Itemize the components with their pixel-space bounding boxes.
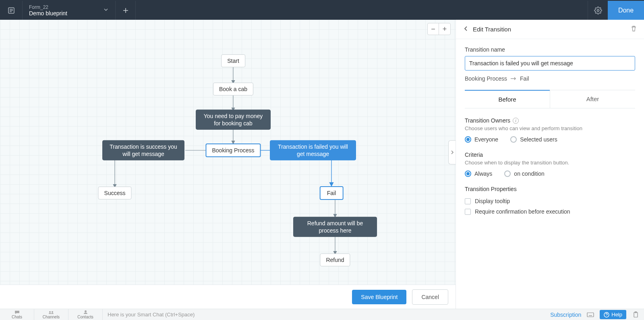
svg-rect-18 <box>587 313 594 317</box>
bottom-tab-contacts[interactable]: Contacts <box>68 309 103 320</box>
arrow-right-icon <box>510 75 517 82</box>
node-pay-money[interactable]: You need to pay money for booking cab <box>196 110 271 130</box>
edit-transition-panel: Edit Transition Transition name Booking … <box>456 20 644 309</box>
chats-label: Chats <box>12 315 22 319</box>
require-confirmation-checkbox[interactable]: Require confirmation before execution <box>465 208 635 215</box>
svg-rect-25 <box>634 312 638 317</box>
transition-name-label: Transition name <box>465 46 635 53</box>
criteria-always-radio[interactable]: Always <box>465 170 492 177</box>
criteria-subtitle: Choose when to display the transition bu… <box>465 160 635 166</box>
blueprint-canvas[interactable]: − + <box>0 20 456 285</box>
owners-subtitle: Choose users who can view and perform tr… <box>465 125 635 131</box>
subscription-link[interactable]: Subscription <box>550 312 581 318</box>
zoom-in-button[interactable]: + <box>439 23 450 35</box>
to-state-label: Fail <box>520 75 529 82</box>
node-success-transition[interactable]: Transaction is success you will get mess… <box>102 140 184 160</box>
done-button[interactable]: Done <box>608 1 644 20</box>
node-book-cab[interactable]: Book a cab <box>213 83 253 96</box>
panel-collapse-toggle[interactable] <box>448 140 456 164</box>
done-label: Done <box>618 7 634 14</box>
svg-point-15 <box>49 311 51 313</box>
zoom-controls: − + <box>427 23 451 35</box>
require-confirmation-label: Require confirmation before execution <box>475 208 570 215</box>
owners-everyone-radio[interactable]: Everyone <box>465 136 498 143</box>
transition-name-input[interactable] <box>465 56 635 71</box>
form-name-label: Form_22 <box>29 4 109 10</box>
checkbox-icon <box>465 198 471 204</box>
svg-point-6 <box>597 9 599 11</box>
node-refund[interactable]: Refund <box>320 254 350 266</box>
blueprint-name-label: Demo blueprint <box>29 10 109 17</box>
help-label: Help <box>611 312 622 318</box>
from-state-label: Booking Process <box>465 75 507 82</box>
back-icon[interactable] <box>463 26 469 33</box>
radio-dot-icon <box>465 170 471 177</box>
smart-chat-hint[interactable]: Here is your Smart Chat (Ctrl+Space) <box>103 312 550 318</box>
radio-dot-icon <box>510 136 517 143</box>
node-refund-transition[interactable]: Refund amount will be process here <box>293 217 377 237</box>
chevron-down-icon <box>103 7 109 14</box>
settings-button[interactable] <box>588 1 608 20</box>
bottom-tab-channels[interactable]: Channels <box>34 309 68 320</box>
owners-title: Transition Owners <box>465 117 510 124</box>
save-blueprint-button[interactable]: Save Blueprint <box>352 290 406 304</box>
cancel-button[interactable]: Cancel <box>412 289 448 305</box>
add-button[interactable] <box>116 1 136 20</box>
owners-selected-radio[interactable]: Selected users <box>510 136 557 143</box>
delete-icon[interactable] <box>631 25 637 33</box>
zoom-out-button[interactable]: − <box>428 23 439 35</box>
keyboard-icon[interactable] <box>587 311 594 318</box>
node-start[interactable]: Start <box>221 54 245 67</box>
form-app-icon[interactable] <box>0 1 23 20</box>
svg-point-17 <box>85 310 87 312</box>
criteria-always-label: Always <box>474 170 492 177</box>
radio-dot-icon <box>465 136 471 143</box>
criteria-condition-label: on condition <box>514 170 545 177</box>
channels-label: Channels <box>43 315 60 319</box>
node-success[interactable]: Success <box>98 187 132 199</box>
bottom-tab-chats[interactable]: Chats <box>0 309 34 320</box>
info-icon[interactable]: i <box>513 118 519 124</box>
properties-title: Transition Properties <box>465 186 635 192</box>
form-selector[interactable]: Form_22 Demo blueprint <box>23 1 115 20</box>
checkbox-icon <box>465 209 471 215</box>
owners-selected-label: Selected users <box>520 136 557 143</box>
node-fail-transition[interactable]: Transaction is failed you will get messa… <box>270 140 356 160</box>
criteria-title: Criteria <box>465 152 635 158</box>
clipboard-icon[interactable] <box>632 311 639 318</box>
tab-after[interactable]: After <box>550 90 635 108</box>
radio-dot-icon <box>504 170 511 177</box>
node-fail[interactable]: Fail <box>320 186 344 200</box>
tab-before[interactable]: Before <box>465 90 550 108</box>
owners-everyone-label: Everyone <box>474 136 498 143</box>
display-tooltip-label: Display tooltip <box>475 198 510 204</box>
help-button[interactable]: Help <box>600 310 626 319</box>
panel-title: Edit Transition <box>473 26 511 33</box>
node-booking-process[interactable]: Booking Process <box>205 143 261 157</box>
display-tooltip-checkbox[interactable]: Display tooltip <box>465 198 635 204</box>
contacts-label: Contacts <box>77 315 93 319</box>
criteria-condition-radio[interactable]: on condition <box>504 170 545 177</box>
svg-point-16 <box>52 311 53 313</box>
